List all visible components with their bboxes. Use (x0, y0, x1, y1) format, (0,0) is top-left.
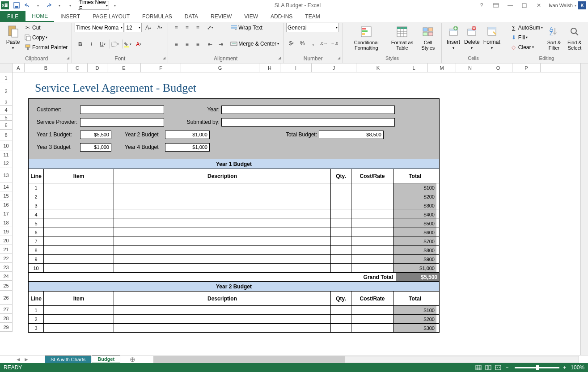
row-header-17[interactable]: 17 (0, 209, 13, 218)
col-header-L[interactable]: L (400, 63, 428, 72)
table-row[interactable]: 1$100 (28, 306, 440, 315)
table-row[interactable]: 9$900 (28, 255, 440, 264)
tab-data[interactable]: DATA (178, 11, 204, 22)
table-row[interactable]: 7$700 (28, 237, 440, 246)
paste-button[interactable]: Paste▾ (4, 23, 22, 52)
table-row[interactable]: 10$1,000 (28, 264, 440, 273)
row-header-10[interactable]: 10 (0, 140, 13, 151)
field-y3[interactable]: $1,000 (80, 143, 111, 152)
row-header-2[interactable]: 2 (0, 83, 13, 99)
find-select-button[interactable]: Find & Select (564, 23, 585, 52)
clear-button[interactable]: ◇Clear ▾ (509, 42, 544, 52)
select-all-corner[interactable] (0, 63, 13, 72)
row-header-21[interactable]: 21 (0, 245, 13, 254)
borders-icon[interactable]: ▾ (110, 39, 120, 49)
row-header-16[interactable]: 16 (0, 200, 13, 209)
table-row[interactable]: 4$400 (28, 210, 440, 219)
col-header-J[interactable]: J (312, 63, 356, 72)
field-provider[interactable] (80, 118, 164, 127)
col-header-G[interactable]: G (181, 63, 259, 72)
align-center-icon[interactable]: ≡ (182, 39, 192, 49)
field-y4[interactable]: $1,000 (165, 143, 210, 152)
tab-formulas[interactable]: FORMULAS (136, 11, 178, 22)
fill-button[interactable]: ⬇Fill ▾ (509, 33, 544, 42)
col-header-C[interactable]: C (68, 63, 88, 72)
font-color-icon[interactable]: A▾ (133, 39, 144, 49)
table-row[interactable]: 8$800 (28, 246, 440, 255)
row-header-3[interactable]: 3 (0, 99, 13, 106)
undo-dropdown-icon[interactable]: ▾ (33, 0, 43, 10)
align-left-icon[interactable]: ≡ (171, 39, 182, 49)
worksheet-cells[interactable]: heritagechristiancollege.com Service Lev… (13, 72, 588, 355)
row-header-14[interactable]: 14 (0, 182, 13, 191)
decrease-decimal-icon[interactable]: ←.0 (329, 38, 340, 48)
close-icon[interactable]: ✕ (533, 1, 545, 10)
row-header-5[interactable]: 5 (0, 114, 13, 121)
row-header-22[interactable]: 22 (0, 254, 13, 263)
row-header-11[interactable]: 11 (0, 151, 13, 158)
qat-more-icon[interactable]: ▾ (110, 0, 120, 10)
qat-font-selector[interactable]: Times New F▾ (78, 1, 109, 10)
accounting-format-icon[interactable]: $▾ (286, 38, 297, 48)
field-customer[interactable] (80, 106, 164, 114)
undo-icon[interactable] (22, 0, 32, 10)
field-year[interactable] (221, 106, 395, 114)
tab-team[interactable]: TEAM (299, 11, 326, 22)
ribbon-options-icon[interactable] (490, 1, 502, 10)
merge-center-button[interactable]: Merge & Center ▾ (229, 39, 280, 48)
table-row[interactable]: 5$500 (28, 219, 440, 228)
align-top-icon[interactable]: ≡ (171, 23, 182, 32)
table-row[interactable]: 2$200 (28, 192, 440, 201)
row-header-6[interactable]: 6 (0, 121, 13, 130)
redo-dropdown-icon[interactable]: ▾ (55, 0, 64, 10)
table-row[interactable]: 1$100 (28, 183, 440, 192)
increase-decimal-icon[interactable]: .0→ (318, 38, 329, 48)
zoom-in-icon[interactable]: + (563, 364, 566, 371)
add-sheet-icon[interactable]: ⊕ (130, 355, 135, 364)
align-right-icon[interactable]: ≡ (192, 39, 203, 49)
tab-view[interactable]: VIEW (238, 11, 264, 22)
sheet-tab-budget[interactable]: Budget (92, 355, 120, 364)
field-y1[interactable]: $5,500 (80, 131, 111, 139)
row-header-4[interactable]: 4 (0, 106, 13, 114)
col-header-H[interactable]: H (259, 63, 280, 72)
tab-home[interactable]: HOME (25, 11, 54, 22)
col-header-M[interactable]: M (428, 63, 456, 72)
field-y2[interactable]: $1,000 (165, 131, 210, 139)
minimize-icon[interactable]: — (504, 1, 516, 10)
col-header-N[interactable]: N (456, 63, 484, 72)
tab-addins[interactable]: ADD-INS (264, 11, 299, 22)
row-header-28[interactable]: 28 (0, 314, 13, 323)
col-header-I[interactable]: I (280, 63, 312, 72)
vertical-scrollbar[interactable] (580, 63, 588, 355)
sort-filter-button[interactable]: AZSort & Filter (544, 23, 564, 52)
page-layout-view-icon[interactable] (484, 364, 493, 371)
bold-icon[interactable]: B (75, 39, 85, 49)
row-header-15[interactable]: 15 (0, 191, 13, 200)
table-row[interactable]: 6$600 (28, 228, 440, 237)
row-header-25[interactable]: 25 (0, 281, 13, 291)
increase-indent-icon[interactable]: ⇥ (216, 39, 226, 49)
row-header-1[interactable]: 1 (0, 72, 13, 83)
help-icon[interactable]: ? (475, 1, 488, 10)
font-size-selector[interactable]: 12 ▾ (125, 23, 142, 32)
normal-view-icon[interactable] (474, 364, 483, 371)
clipboard-dialog-icon[interactable]: ◢ (66, 56, 70, 60)
row-header-18[interactable]: 18 (0, 218, 13, 227)
tab-page-layout[interactable]: PAGE LAYOUT (86, 11, 136, 22)
italic-icon[interactable]: I (86, 39, 97, 49)
decrease-indent-icon[interactable]: ⇤ (205, 39, 216, 49)
qat-customize-icon[interactable]: ▾ (65, 0, 75, 10)
zoom-level[interactable]: 100% (571, 364, 584, 371)
table-row[interactable]: 3$300 (28, 201, 440, 210)
sheet-nav-prev-icon[interactable]: ◄ (16, 356, 21, 363)
maximize-icon[interactable] (518, 1, 531, 10)
format-painter-button[interactable]: Format Painter (23, 42, 69, 52)
align-middle-icon[interactable]: ≡ (182, 23, 192, 32)
col-header-E[interactable]: E (107, 63, 141, 72)
row-header-23[interactable]: 23 (0, 263, 13, 272)
orientation-icon[interactable]: ⤢▾ (205, 23, 216, 32)
save-icon[interactable] (12, 0, 21, 10)
user-avatar[interactable]: K (578, 1, 586, 9)
zoom-out-icon[interactable]: − (505, 364, 508, 371)
